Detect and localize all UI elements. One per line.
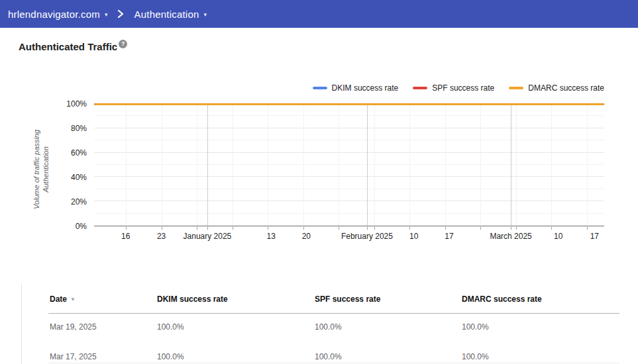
x-axis-tickmark [516, 227, 517, 230]
gridline-vertical-month [511, 104, 511, 226]
x-axis-tickmark [480, 227, 481, 230]
gridline-vertical-week [409, 104, 410, 226]
gridline-vertical-week [339, 104, 339, 226]
x-axis-tick-label: 17 [445, 232, 453, 241]
legend-swatch [413, 87, 427, 89]
help-icon[interactable]: ? [119, 40, 127, 48]
x-axis-tick-label: 10 [409, 232, 418, 241]
y-axis-tick-label: 80% [63, 124, 87, 133]
table-cell: Mar 19, 2025 [50, 322, 157, 336]
gridline-horizontal [94, 164, 604, 165]
gridline-vertical-week [197, 104, 197, 226]
gridline-vertical-month [207, 104, 208, 226]
gridline-vertical-week [587, 104, 588, 226]
x-axis-tickmark [551, 227, 552, 230]
gridline-horizontal [94, 176, 604, 177]
chart-legend: DKIM success rateSPF success rateDMARC s… [313, 83, 604, 93]
gridline-horizontal [94, 189, 604, 189]
x-axis-tick-labels: 1623January 20251320February 20251017Mar… [94, 226, 604, 244]
caret-down-icon: ▾ [203, 11, 207, 18]
table-row: Mar 19, 2025100.0%100.0%100.0% [50, 322, 619, 336]
x-axis-tick-label: 23 [157, 232, 166, 241]
x-axis-tick-label: 20 [302, 232, 311, 241]
x-axis-tickmark [162, 227, 162, 230]
legend-swatch [509, 87, 523, 89]
x-axis-tick-label: 13 [267, 232, 276, 241]
legend-label: DKIM success rate [332, 83, 399, 93]
column-header-label: Date [50, 295, 67, 304]
x-axis-tickmark [339, 227, 339, 230]
x-axis-tickmark [268, 227, 268, 230]
legend-swatch [313, 87, 327, 89]
legend-item[interactable]: DMARC success rate [509, 83, 604, 93]
x-axis-tickmark [587, 227, 588, 230]
x-axis-tickmark [374, 227, 375, 230]
x-axis-tickmark [445, 227, 446, 230]
x-axis-tickmark [367, 227, 368, 230]
column-header-spf-success-rate: SPF success rate [315, 295, 462, 304]
gridline-horizontal [94, 115, 604, 116]
gridline-vertical-week [303, 104, 304, 226]
x-axis-tick-label: February 2025 [341, 232, 393, 241]
y-axis-tick-label: 20% [63, 197, 87, 206]
gridline-horizontal [94, 152, 604, 153]
x-axis-tickmark [233, 227, 233, 230]
section-selector[interactable]: Authentication ▾ [134, 9, 207, 20]
x-axis-tickmark [207, 227, 208, 230]
gridline-horizontal [94, 140, 604, 140]
column-header-label: SPF success rate [315, 295, 380, 304]
table-header-divider [48, 313, 619, 314]
authentication-data-table: Date▼DKIM success rateSPF success rateDM… [50, 291, 619, 364]
caret-down-icon: ▾ [105, 11, 108, 18]
gridline-vertical-week [480, 104, 481, 226]
y-axis-tick-label: 100% [63, 99, 87, 109]
table-left-border [21, 283, 22, 364]
y-axis-tick-labels: 100%80%60%40%20%0% [63, 104, 87, 226]
gridline-vertical-week [126, 104, 127, 226]
gridline-vertical-week [233, 104, 233, 226]
legend-label: DMARC success rate [528, 83, 604, 93]
gridline-vertical-week [516, 104, 517, 226]
column-header-label: DKIM success rate [157, 295, 228, 304]
page-title: Authenticated Traffic [19, 41, 117, 52]
column-header-dmarc-success-rate: DMARC success rate [462, 295, 619, 304]
legend-label: SPF success rate [432, 83, 494, 93]
table-row-divider [48, 363, 619, 363]
domain-selector[interactable]: hrlendnavigator.com ▾ [8, 9, 108, 20]
gridline-horizontal [94, 213, 604, 214]
x-axis-tick-label: 17 [590, 232, 599, 241]
y-axis-tick-label: 60% [63, 148, 87, 158]
gridline-vertical-week [162, 104, 162, 226]
x-axis-tick-label: 16 [121, 232, 130, 241]
chevron-right-icon [117, 10, 124, 18]
sort-desc-icon[interactable]: ▼ [70, 296, 76, 302]
section-name: Authentication [134, 9, 199, 20]
gridline-vertical-week [445, 104, 446, 226]
x-axis-tickmark [511, 227, 511, 230]
gridline-vertical-week [551, 104, 552, 226]
column-header-dkim-success-rate: DKIM success rate [157, 295, 315, 304]
y-axis-title: Volume of traffic passing Authentication [32, 110, 50, 229]
x-axis-tickmark [126, 227, 127, 230]
y-axis-tick-label: 40% [63, 173, 87, 182]
gridline-vertical-week [374, 104, 375, 226]
table-cell: 100.0% [462, 322, 619, 336]
domain-name: hrlendnavigator.com [8, 9, 100, 20]
column-header-date[interactable]: Date▼ [50, 295, 157, 304]
x-axis-tick-label: January 2025 [184, 232, 232, 241]
column-header-label: DMARC success rate [462, 295, 542, 304]
x-axis-tickmark [409, 227, 410, 230]
x-axis-tickmark [303, 227, 304, 230]
top-navigation-bar: hrlendnavigator.com ▾ Authentication ▾ [0, 0, 638, 28]
gridline-horizontal [94, 201, 604, 201]
table-cell: 100.0% [157, 322, 315, 336]
gridline-horizontal [94, 128, 604, 128]
gridline-vertical-week [268, 104, 268, 226]
table-cell: 100.0% [315, 322, 462, 336]
series-line-dmarc[interactable] [94, 103, 604, 105]
y-axis-tick-label: 0% [63, 222, 87, 231]
x-axis-tickmark [197, 227, 197, 230]
chart-plot-area [94, 104, 604, 226]
legend-item[interactable]: SPF success rate [413, 83, 494, 93]
legend-item[interactable]: DKIM success rate [313, 83, 399, 93]
